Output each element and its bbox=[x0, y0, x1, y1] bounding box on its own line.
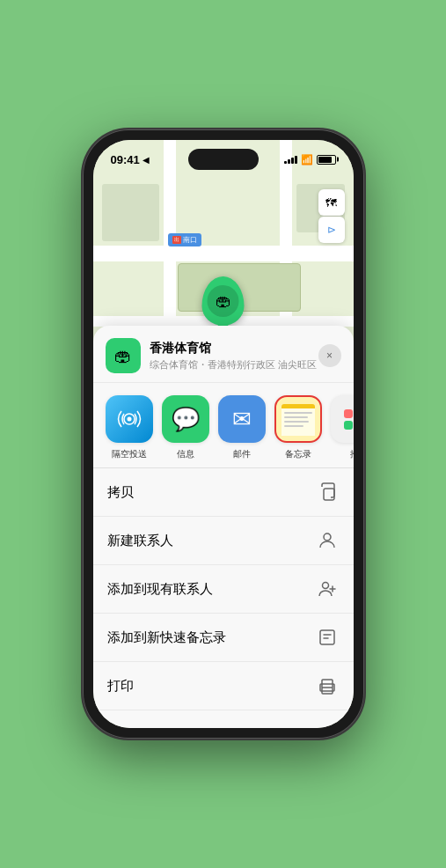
action-row-add-contact[interactable]: 添加到现有联系人 bbox=[93, 565, 354, 614]
share-item-mail[interactable]: ✉ 邮件 bbox=[218, 395, 266, 460]
action-row-print[interactable]: 打印 bbox=[93, 662, 354, 710]
airdrop-label: 隔空投送 bbox=[112, 448, 147, 460]
compass-icon: ⊳ bbox=[327, 224, 336, 236]
dynamic-island bbox=[188, 149, 259, 170]
battery-fill bbox=[318, 157, 332, 163]
signal-bars bbox=[284, 155, 297, 164]
exit-badge: 出 bbox=[172, 236, 181, 244]
action-label-add-contact: 添加到现有联系人 bbox=[107, 581, 213, 598]
person-add-svg bbox=[318, 579, 337, 599]
new-contact-icon bbox=[315, 528, 340, 553]
wifi-icon: 📶 bbox=[301, 154, 313, 166]
location-button[interactable]: ⊳ bbox=[318, 217, 345, 243]
stadium-icon: 🏟 bbox=[216, 292, 231, 311]
add-contact-icon bbox=[315, 577, 340, 601]
action-row-new-contact[interactable]: 新建联系人 bbox=[93, 517, 354, 565]
notes-icon-wrap[interactable] bbox=[274, 395, 322, 443]
mail-label: 邮件 bbox=[233, 448, 251, 460]
airdrop-icon-wrap[interactable] bbox=[106, 395, 153, 443]
phone-screen: 09:41 ◀ 📶 bbox=[93, 140, 354, 728]
location-arrow-icon: ◀ bbox=[143, 155, 150, 165]
messages-icon: 💬 bbox=[172, 406, 200, 433]
action-label-quick-note: 添加到新快速备忘录 bbox=[107, 629, 226, 646]
copy-svg bbox=[318, 482, 337, 502]
battery-icon bbox=[317, 155, 336, 165]
mail-icon: ✉ bbox=[232, 406, 252, 433]
action-row-quick-note[interactable]: 添加到新快速备忘录 bbox=[93, 614, 354, 662]
messages-label: 信息 bbox=[177, 448, 194, 460]
quick-note-icon bbox=[315, 625, 340, 650]
action-row-copy[interactable]: 拷贝 bbox=[93, 468, 354, 517]
action-label-copy: 拷贝 bbox=[107, 484, 134, 501]
status-icons: 📶 bbox=[284, 154, 336, 166]
note-svg bbox=[318, 628, 337, 647]
status-time: 09:41 bbox=[111, 153, 140, 166]
more-apps-icon-wrap[interactable] bbox=[331, 395, 354, 443]
print-svg bbox=[318, 676, 337, 695]
share-actions-row: 隔空投送 💬 信息 ✉ 邮件 bbox=[93, 383, 354, 467]
svg-rect-2 bbox=[324, 489, 334, 500]
person-svg bbox=[318, 531, 337, 550]
venue-info: 香港体育馆 综合体育馆・香港特别行政区 油尖旺区 bbox=[150, 341, 318, 371]
phone-frame: 09:41 ◀ 📶 bbox=[83, 129, 364, 739]
messages-icon-wrap[interactable]: 💬 bbox=[162, 395, 209, 443]
notes-label: 备忘录 bbox=[285, 448, 311, 460]
map-type-button[interactable]: 🗺 bbox=[318, 189, 345, 216]
signal-bar-1 bbox=[284, 161, 287, 164]
share-item-notes[interactable]: 备忘录 bbox=[274, 395, 322, 460]
sheet-header: 🏟 香港体育馆 综合体育馆・香港特别行政区 油尖旺区 × bbox=[93, 326, 354, 383]
venue-description: 综合体育馆・香港特别行政区 油尖旺区 bbox=[150, 358, 318, 371]
map-exit-label: 出 南口 bbox=[168, 233, 201, 246]
share-item-messages[interactable]: 💬 信息 bbox=[162, 395, 209, 460]
map-icon: 🗺 bbox=[325, 196, 337, 210]
svg-rect-5 bbox=[320, 630, 334, 644]
map-pin: 🏟 bbox=[202, 276, 245, 326]
map-controls[interactable]: 🗺 ⊳ bbox=[318, 189, 345, 243]
airdrop-icon bbox=[117, 407, 142, 431]
mail-icon-wrap[interactable]: ✉ bbox=[218, 395, 266, 443]
close-button[interactable]: × bbox=[318, 344, 341, 367]
venue-emoji: 🏟 bbox=[114, 346, 132, 366]
svg-point-3 bbox=[324, 533, 331, 541]
share-item-more[interactable]: 推 bbox=[331, 395, 354, 460]
svg-point-1 bbox=[127, 417, 131, 422]
action-label-new-contact: 新建联系人 bbox=[107, 533, 173, 549]
svg-point-4 bbox=[322, 583, 328, 589]
map-road-horizontal-1 bbox=[93, 246, 354, 261]
more-apps-label: 推 bbox=[350, 448, 354, 460]
map-pin-inner: 🏟 bbox=[208, 285, 239, 317]
print-icon bbox=[315, 673, 340, 698]
signal-bar-2 bbox=[288, 159, 290, 164]
map-block-topleft bbox=[102, 184, 159, 241]
bottom-sheet: 🏟 香港体育馆 综合体育馆・香港特别行政区 油尖旺区 × bbox=[93, 326, 354, 728]
share-item-airdrop[interactable]: 隔空投送 bbox=[106, 395, 153, 460]
action-label-print: 打印 bbox=[107, 678, 134, 695]
signal-bar-4 bbox=[295, 156, 297, 164]
copy-icon bbox=[315, 480, 340, 504]
venue-name: 香港体育馆 bbox=[150, 341, 318, 357]
signal-bar-3 bbox=[291, 158, 294, 164]
venue-icon: 🏟 bbox=[106, 338, 141, 373]
exit-label-text: 南口 bbox=[183, 235, 197, 245]
